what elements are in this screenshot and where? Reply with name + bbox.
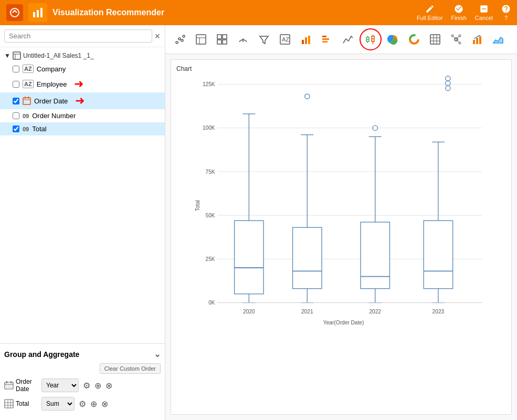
svg-point-23 [176, 41, 178, 44]
cancel-button[interactable]: Cancel [475, 4, 493, 21]
group-header: Group and Aggregate ⌄ [4, 349, 161, 359]
search-input[interactable] [4, 29, 152, 43]
field-order-date-checkbox[interactable] [13, 98, 19, 104]
svg-point-88 [305, 94, 310, 99]
svg-rect-2 [37, 10, 39, 17]
group-aggregate-section: Group and Aggregate ⌄ Clear Custom Order [0, 343, 165, 420]
group-row-label-date: Order Date [4, 378, 38, 393]
group-total-select[interactable]: SumAvgMinMaxCount [41, 397, 75, 411]
search-clear-button[interactable]: ✕ [154, 32, 161, 40]
svg-text:125K: 125K [203, 81, 215, 87]
svg-point-0 [10, 8, 19, 17]
field-total-label: Total [32, 125, 46, 133]
tool-gauge[interactable] [234, 30, 252, 49]
tool-filter[interactable] [255, 30, 273, 49]
tool-scatter[interactable] [171, 30, 189, 49]
svg-text:100K: 100K [203, 125, 215, 131]
svg-rect-99 [361, 222, 389, 289]
field-list: ▼ Untitled-1_All Sales1 _1_ AZ Company A… [0, 47, 165, 138]
field-employee[interactable]: AZ Employee ➜ [0, 76, 165, 92]
tool-donut[interactable] [405, 30, 424, 49]
field-order-date[interactable]: Order Date ➜ [0, 92, 165, 109]
group-date-select[interactable]: YearMonthDayQuarter [41, 379, 79, 392]
svg-rect-68 [479, 36, 481, 44]
boxplot-2020: 2020 [235, 114, 263, 314]
field-total-checkbox[interactable] [13, 125, 19, 132]
table-icon [13, 51, 21, 60]
tool-grid[interactable] [213, 30, 231, 49]
tool-area[interactable] [489, 30, 508, 49]
app-title: Visualization Recommender [52, 8, 412, 17]
main-layout: ✕ ▼ Untitled-1_All Sales1 _1_ AZ Company… [0, 25, 517, 420]
arrow-order-date: ➜ [75, 95, 85, 107]
svg-point-105 [446, 81, 450, 86]
x-axis-label: Year(Order Date) [323, 320, 364, 326]
tool-line[interactable] [339, 30, 357, 49]
svg-rect-41 [322, 38, 329, 40]
boxplot-2022: 2022 [361, 125, 389, 314]
header: Visualization Recommender Full Editor Fi… [0, 0, 517, 25]
svg-rect-30 [217, 35, 221, 39]
tool-bar2[interactable] [318, 30, 336, 49]
svg-rect-10 [28, 97, 29, 99]
toolbar: AZ [165, 25, 517, 54]
group-date-gear[interactable]: ⚙ [82, 380, 91, 392]
group-total-gear[interactable]: ⚙ [78, 398, 87, 410]
svg-rect-32 [217, 40, 221, 44]
svg-text:0K: 0K [208, 300, 215, 306]
svg-rect-13 [6, 381, 7, 383]
svg-text:75K: 75K [206, 169, 215, 175]
svg-rect-42 [322, 41, 328, 43]
field-total[interactable]: 09 Total [0, 122, 165, 135]
field-company[interactable]: AZ Company [0, 62, 165, 76]
field-type-az: AZ [23, 65, 34, 73]
field-employee-checkbox[interactable] [13, 81, 19, 88]
group-date-actions: ⚙ ⊕ ⊗ [82, 380, 113, 392]
group-row-order-date: Order Date YearMonthDayQuarter ⚙ ⊕ ⊗ [4, 378, 161, 393]
svg-point-104 [446, 86, 450, 90]
tool-crosstab[interactable] [426, 30, 445, 49]
svg-rect-31 [223, 35, 227, 39]
datasource-parent[interactable]: ▼ Untitled-1_All Sales1 _1_ [0, 49, 165, 62]
svg-rect-9 [25, 97, 26, 99]
field-type-date-icon [23, 97, 31, 105]
group-date-remove[interactable]: ⊗ [104, 380, 113, 392]
field-company-checkbox[interactable] [13, 66, 19, 72]
right-panel: AZ [165, 25, 517, 420]
group-row-date-text: Order Date [16, 378, 32, 393]
tool-boxplot[interactable] [360, 28, 382, 50]
group-total-remove[interactable]: ⊗ [100, 398, 109, 410]
search-bar: ✕ [0, 25, 165, 47]
field-order-number-checkbox[interactable] [13, 112, 19, 119]
chart-title: Chart [176, 65, 506, 72]
full-editor-button[interactable]: Full Editor [417, 4, 443, 21]
svg-text:AZ: AZ [282, 36, 289, 43]
field-type-09-2: 09 [23, 126, 29, 132]
svg-rect-66 [473, 40, 475, 44]
svg-rect-40 [322, 36, 326, 37]
tool-network[interactable] [447, 30, 466, 49]
field-company-label: Company [37, 65, 66, 73]
group-date-icon [4, 381, 14, 390]
svg-point-106 [446, 76, 450, 81]
tool-bar[interactable] [297, 30, 315, 49]
boxplot-2023: 2023 [424, 76, 452, 314]
sidebar: ✕ ▼ Untitled-1_All Sales1 _1_ AZ Company… [0, 25, 165, 420]
help-button[interactable]: ? [501, 4, 511, 21]
group-chevron[interactable]: ⌄ [154, 349, 161, 359]
group-total-add[interactable]: ⊕ [89, 398, 98, 410]
group-date-add[interactable]: ⊕ [93, 380, 102, 392]
tool-table[interactable] [192, 30, 210, 49]
svg-rect-54 [430, 35, 440, 44]
field-type-az-2: AZ [23, 80, 34, 88]
finish-button[interactable]: Finish [451, 4, 466, 21]
tool-text[interactable]: AZ [276, 30, 294, 49]
svg-rect-37 [302, 40, 304, 44]
boxplot-2021: 2021 [293, 94, 322, 314]
field-order-number[interactable]: 09 Order Number [0, 109, 165, 122]
svg-text:2023: 2023 [432, 309, 445, 314]
arrow-employee: ➜ [74, 78, 83, 90]
tool-bar-line[interactable] [468, 30, 487, 49]
clear-custom-order-button[interactable]: Clear Custom Order [100, 363, 161, 374]
tool-pie[interactable] [384, 30, 403, 49]
